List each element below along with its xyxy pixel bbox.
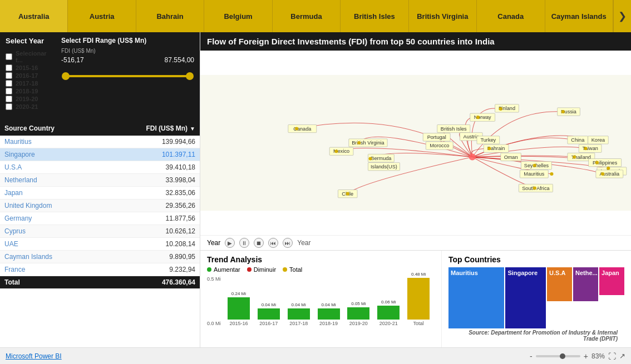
- top-countries-title: Top Countries: [448, 255, 624, 264]
- zoom-slider[interactable]: [536, 355, 580, 357]
- right-panel: Flow of Foreign Direct Investments (FDI)…: [200, 32, 631, 347]
- nav-tab-british-isles[interactable]: British Isles: [341, 0, 408, 32]
- pause-button[interactable]: ⏸: [239, 238, 249, 248]
- svg-text:Korea: Korea: [591, 137, 605, 143]
- svg-text:British Isles: British Isles: [441, 126, 467, 132]
- year-checkbox[interactable]: [6, 72, 12, 79]
- legend-dot: [207, 267, 211, 272]
- year-checkbox[interactable]: [6, 80, 12, 87]
- fdi-min-value: -516,17: [61, 56, 84, 64]
- country-cell: Cayman Islands: [4, 253, 123, 261]
- bar-group: 0.05 Mi2019-20: [344, 301, 372, 326]
- fdi-range-title: Select FDI Range (US$ Mn): [61, 37, 194, 44]
- prev-button[interactable]: ⏮: [268, 238, 278, 248]
- svg-point-65: [533, 186, 536, 190]
- svg-point-68: [607, 167, 610, 170]
- country-cell: Japan: [4, 189, 123, 197]
- fdi-slider-fill: [66, 75, 190, 77]
- country-block-mauritius[interactable]: Mauritius: [448, 267, 504, 328]
- fdi-slider-left-thumb[interactable]: [62, 72, 70, 80]
- zoom-plus-button[interactable]: +: [584, 352, 588, 361]
- bar: [288, 308, 310, 320]
- year-check-item: 2015-16: [6, 64, 50, 72]
- legend-dot: [283, 267, 287, 272]
- nav-tab-british-virginia[interactable]: British Virginia: [409, 0, 477, 32]
- fdi-map-svg: Canada Finland Russia Norway British Isl…: [200, 51, 631, 235]
- share-icon[interactable]: ↗: [619, 352, 625, 360]
- svg-point-69: [573, 155, 576, 158]
- zoom-slider-thumb[interactable]: [560, 353, 565, 359]
- nav-tab-austria[interactable]: Austria: [68, 0, 136, 32]
- bar-label: Total: [413, 321, 424, 326]
- bar-value: 0.06 Mi: [381, 300, 396, 305]
- play-button[interactable]: ▶: [225, 238, 235, 248]
- year-checkbox[interactable]: [6, 53, 12, 60]
- bar-value: 0.04 Mi: [321, 302, 336, 307]
- sort-arrow-icon[interactable]: ▼: [190, 126, 195, 132]
- year-check-item: 2018-19: [6, 87, 50, 95]
- year-checkbox[interactable]: [6, 96, 12, 102]
- total-label: Total: [4, 278, 123, 286]
- fullscreen-icon[interactable]: ⛶: [608, 352, 616, 361]
- nav-tab-canada[interactable]: Canada: [477, 0, 545, 32]
- country-cell: Mauritius: [4, 138, 123, 146]
- bar: [258, 308, 280, 320]
- source-label: Source: Department for Promotion of Indu…: [448, 328, 624, 343]
- fdi-cell: 10.208,14: [123, 240, 195, 248]
- nav-next-arrow[interactable]: ❯: [613, 0, 631, 32]
- fdi-cell: 32.835,06: [123, 189, 195, 197]
- table-row[interactable]: Germany11.877,56: [0, 212, 200, 225]
- total-row: Total 476.360,64: [0, 276, 200, 289]
- table-row[interactable]: Cayman Islands9.890,95: [0, 251, 200, 263]
- trend-section: Trend Analysis AumentarDiminuirTotal 0.5…: [200, 251, 442, 347]
- zoom-minus-button[interactable]: -: [530, 352, 533, 361]
- table-header: Source Country FDI (US$ Mn) ▼: [0, 121, 200, 136]
- top-navigation: AustraliaAustriaBahrainBelgiumBermudaBri…: [0, 0, 631, 32]
- power-bi-link[interactable]: Microsoft Power BI: [6, 352, 62, 360]
- year-checkbox[interactable]: [6, 64, 12, 71]
- svg-text:China: China: [571, 137, 585, 143]
- nav-tab-bahrain[interactable]: Bahrain: [136, 0, 204, 32]
- playback-year-text: Year: [297, 239, 310, 247]
- country-cell: U.S.A: [4, 163, 123, 171]
- fdi-cell: 9.232,94: [123, 266, 195, 273]
- top-left-row: Select Year Selecionar t...2015-162016-1…: [0, 32, 200, 121]
- nav-tab-belgium[interactable]: Belgium: [204, 0, 272, 32]
- country-block-nethe[interactable]: Nethe...: [573, 267, 598, 301]
- svg-point-62: [533, 164, 536, 167]
- next-button[interactable]: ⏭: [283, 238, 293, 248]
- bar-value: 0.24 Mi: [231, 291, 246, 296]
- table-row[interactable]: United Kingdom29.356,26: [0, 200, 200, 212]
- country-block-singapore[interactable]: Singapore: [505, 267, 546, 328]
- bar-group: 0.06 Mi2020-21: [374, 300, 402, 326]
- bar: [347, 307, 369, 320]
- nav-tab-cayman-islands[interactable]: Cayman Islands: [545, 0, 613, 32]
- table-row[interactable]: U.S.A39.410,18: [0, 161, 200, 174]
- nav-tab-australia[interactable]: Australia: [0, 0, 68, 32]
- year-label: 2017-18: [16, 80, 38, 87]
- country-block-japan[interactable]: Japan: [599, 267, 624, 295]
- fdi-slider-track[interactable]: [66, 75, 190, 77]
- table-row[interactable]: Singapore101.397,11: [0, 148, 200, 161]
- year-checkbox[interactable]: [6, 103, 12, 110]
- table-row[interactable]: UAE10.208,14: [0, 238, 200, 251]
- table-row[interactable]: Cyprus10.626,12: [0, 225, 200, 238]
- table-row[interactable]: Mauritius139.994,66: [0, 136, 200, 148]
- nav-tab-bermuda[interactable]: Bermuda: [273, 0, 341, 32]
- bar-label: 2017-18: [289, 321, 308, 326]
- table-rows: Mauritius139.994,66Singapore101.397,11U.…: [0, 136, 200, 276]
- source-text: Department for Promotion of Industry & I…: [491, 330, 618, 342]
- table-row[interactable]: France9.232,94: [0, 263, 200, 276]
- playback-bar: Year ▶ ⏸ ⏹ ⏮ ⏭ Year: [200, 235, 631, 250]
- bar: [228, 297, 250, 320]
- year-checkbox[interactable]: [6, 88, 12, 94]
- table-row[interactable]: Japan32.835,06: [0, 187, 200, 200]
- fdi-slider-right-thumb[interactable]: [186, 72, 194, 80]
- fdi-cell: 39.410,18: [123, 163, 195, 171]
- stop-button[interactable]: ⏹: [254, 238, 264, 248]
- y-axis-top: 0.5 Mi: [207, 276, 221, 282]
- bar-group: 0.24 Mi2015-16: [225, 291, 253, 326]
- svg-point-64: [601, 172, 604, 176]
- table-row[interactable]: Netherland33.998,04: [0, 174, 200, 187]
- country-block-usa[interactable]: U.S.A: [547, 267, 572, 301]
